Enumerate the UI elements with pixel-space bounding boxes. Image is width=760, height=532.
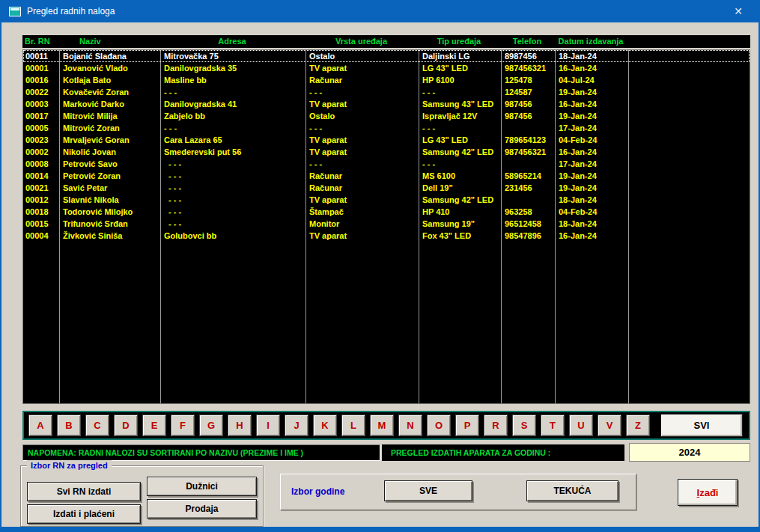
app-icon — [9, 7, 21, 16]
letter-button-k[interactable]: K — [313, 415, 337, 436]
cell-telefon — [501, 158, 555, 170]
letter-button-g[interactable]: G — [199, 415, 223, 436]
duznici-button[interactable]: Dužnici — [147, 477, 257, 496]
letter-button-i[interactable]: I — [256, 415, 280, 436]
cell-empty — [628, 218, 750, 230]
prodaja-button[interactable]: Prodaja — [147, 499, 257, 519]
letter-button-o[interactable]: O — [427, 415, 451, 436]
cell-tip: Samsung 19" — [419, 218, 501, 230]
cell-tip: - - - — [419, 158, 501, 170]
letter-button-d[interactable]: D — [114, 415, 138, 436]
cell-tip: Samsung 42" LED — [419, 146, 501, 158]
column-header-adresa[interactable]: Adresa — [159, 35, 305, 48]
table-row[interactable]: 00014 Petrović Zoran - - - Računar MS 61… — [23, 170, 750, 182]
cell-tip: LG 43" LED — [419, 62, 501, 74]
column-header-empty — [627, 35, 750, 48]
letter-button-a[interactable]: A — [28, 415, 52, 436]
table-row[interactable]: 00001 Jovanović Vlado Danilovgradska 35 … — [23, 62, 750, 74]
cell-adresa: - - - — [160, 194, 305, 206]
cell-datum: 17-Jan-24 — [555, 122, 628, 134]
cell-vrsta: TV aparat — [305, 230, 419, 242]
cell-naziv: Jovanović Vlado — [59, 62, 160, 74]
year-caption-bar: PREGLED IZDATIH APARATA ZA GODINU : — [382, 444, 624, 461]
table-row[interactable]: 00004 Živković Siniša Golubovci bb TV ap… — [23, 230, 750, 242]
cell-adresa: - - - — [160, 182, 305, 194]
column-header-telefon[interactable]: Telefon — [500, 35, 554, 48]
cell-vrsta: TV aparat — [305, 134, 419, 146]
table-row[interactable]: 00005 Mitrović Zoran - - - - - - - - - 1… — [23, 122, 750, 134]
table-row[interactable]: 00022 Kovačević Zoran - - - - - - - - - … — [23, 86, 750, 98]
cell-naziv: Savić Petar — [59, 182, 160, 194]
cell-naziv: Mrvaljević Goran — [59, 134, 160, 146]
cell-br-rn: 00021 — [23, 182, 59, 194]
letter-button-n[interactable]: N — [398, 415, 422, 436]
cell-telefon: 987456 — [501, 110, 555, 122]
table-row[interactable]: 00021 Savić Petar - - - Računar Dell 19"… — [23, 182, 750, 194]
column-header-tip[interactable]: Tip uređaja — [418, 35, 500, 48]
letter-button-s[interactable]: S — [512, 415, 536, 436]
cell-telefon: 96512458 — [501, 218, 555, 230]
cell-tip: HP 410 — [419, 206, 501, 218]
cell-empty — [628, 230, 750, 242]
column-header-naziv[interactable]: Naziv — [58, 35, 159, 48]
letter-button-b[interactable]: B — [57, 415, 81, 436]
letter-button-r[interactable]: R — [484, 415, 508, 436]
cell-datum: 04-Feb-24 — [555, 206, 628, 218]
letter-button-p[interactable]: P — [455, 415, 479, 436]
letter-button-h[interactable]: H — [228, 415, 252, 436]
cell-empty — [628, 98, 750, 110]
cell-datum: 04-Feb-24 — [555, 134, 628, 146]
column-header-vrsta[interactable]: Vrsta uređaja — [305, 35, 418, 48]
table-row[interactable]: 00012 Slavnić Nikola - - - TV aparat Sam… — [23, 194, 750, 206]
column-header-br-rn[interactable]: Br. RN — [22, 35, 58, 48]
cell-empty — [628, 134, 750, 146]
exit-button[interactable]: Izađi — [678, 479, 738, 506]
cell-telefon — [501, 122, 555, 134]
svi-button[interactable]: SVI — [660, 414, 743, 437]
table-body[interactable]: 00011 Bojanić Slađana Mitrovačka 75 Osta… — [22, 49, 750, 404]
table-row[interactable]: 00015 Trifunović Srđan - - - Monitor Sam… — [23, 218, 750, 230]
cell-telefon: 963258 — [501, 206, 555, 218]
table-row[interactable]: 00008 Petrović Savo - - - - - - - - - 17… — [23, 158, 750, 170]
column-header-datum[interactable]: Datum izdavanja — [554, 35, 627, 48]
letter-button-j[interactable]: J — [285, 415, 308, 436]
table-row[interactable]: 00018 Todorović Milojko - - - Štampač HP… — [23, 206, 750, 218]
cell-naziv: Marković Darko — [59, 98, 160, 110]
cell-empty — [628, 170, 750, 182]
table-row[interactable]: 00016 Kotlaja Bato Masline bb Računar HP… — [23, 74, 750, 86]
cell-adresa: - - - — [160, 206, 305, 218]
table-row[interactable]: 00011 Bojanić Slađana Mitrovačka 75 Osta… — [23, 50, 750, 62]
exit-button-label: Izađi — [697, 487, 719, 498]
letter-button-z[interactable]: Z — [626, 415, 650, 436]
letter-button-e[interactable]: E — [142, 415, 166, 436]
letters-container: ABCDEFGHIJKLMNOPRSTUVZ — [28, 415, 650, 436]
cell-datum: 19-Jan-24 — [555, 110, 628, 122]
table-row[interactable]: 00023 Mrvaljević Goran Cara Lazara 65 TV… — [23, 134, 750, 146]
table-row[interactable]: 00003 Marković Darko Danilovgradska 41 T… — [23, 98, 750, 110]
year-select-panel: Izbor godine SVE TEKUĆA — [280, 474, 636, 510]
letter-button-t[interactable]: T — [541, 415, 565, 436]
tekuca-button[interactable]: TEKUĆA — [526, 480, 618, 501]
cell-datum: 16-Jan-24 — [555, 230, 628, 242]
cell-br-rn: 00016 — [23, 74, 59, 86]
izdati-i-placeni-button[interactable]: Izdati i plaćeni — [27, 504, 141, 524]
svi-rn-izdati-button[interactable]: Svi RN izdati — [27, 482, 141, 501]
cell-datum: 19-Jan-24 — [555, 170, 628, 182]
table-row[interactable]: 00002 Nikolić Jovan Smederevski put 56 T… — [23, 146, 750, 158]
cell-adresa: Smederevski put 56 — [160, 146, 305, 158]
cell-empty — [628, 110, 750, 122]
letter-button-u[interactable]: U — [569, 415, 593, 436]
letter-button-v[interactable]: V — [598, 415, 621, 436]
cell-datum: 19-Jan-24 — [555, 182, 628, 194]
sve-button[interactable]: SVE — [384, 480, 472, 501]
cell-telefon: 987456321 — [501, 62, 555, 74]
table-row[interactable]: 00017 Mitrović Milija Zabjelo bb Ostalo … — [23, 110, 750, 122]
letter-button-c[interactable]: C — [85, 415, 109, 436]
year-value-box: 2024 — [629, 443, 750, 462]
letter-button-f[interactable]: F — [171, 415, 195, 436]
close-icon[interactable]: ✕ — [726, 5, 751, 17]
cell-vrsta: - - - — [305, 86, 419, 98]
cell-adresa: Masline bb — [160, 74, 305, 86]
letter-button-m[interactable]: M — [370, 415, 394, 436]
letter-button-l[interactable]: L — [341, 415, 365, 436]
